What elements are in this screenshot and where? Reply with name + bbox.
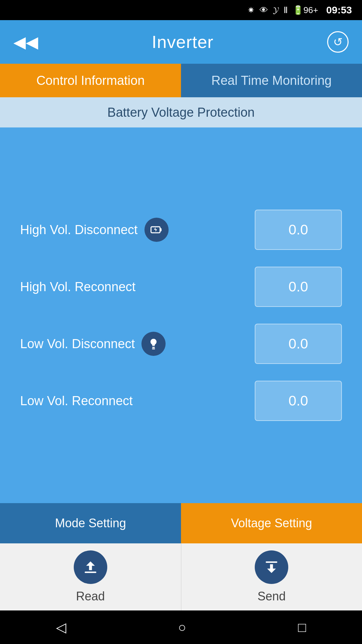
app-header: ◀◀ Inverter ↺ <box>0 20 362 64</box>
field-left-high-vol-disconnect: High Vol. Disconnect <box>20 218 169 242</box>
signal-icon: Ⅱ <box>284 5 288 15</box>
lightbulb-icon <box>147 338 160 350</box>
refresh-icon: ↺ <box>333 35 343 49</box>
section-title: Battery Voltage Protection <box>0 97 362 127</box>
field-value-box-low-vol-disconnect[interactable]: 0.0 <box>255 324 342 364</box>
send-button[interactable]: Send <box>181 543 362 610</box>
tab-voltage-setting[interactable]: Voltage Setting <box>181 503 362 543</box>
action-bar: Read Send <box>0 543 362 610</box>
nav-home-icon[interactable]: ○ <box>178 620 186 635</box>
main-content: High Vol. Disconnect 0.0 High Vol. Recon… <box>0 127 362 503</box>
field-value-high-vol-reconnect: 0.0 <box>289 279 308 295</box>
field-label-high-vol-disconnect: High Vol. Disconnect <box>20 223 138 237</box>
field-value-box-high-vol-disconnect[interactable]: 0.0 <box>255 210 342 250</box>
field-label-high-vol-reconnect: High Vol. Reconnect <box>20 280 135 294</box>
status-bar: ✷ 👁 𝓨 Ⅱ 🔋96+ 09:53 <box>0 0 362 20</box>
svg-rect-1 <box>160 228 162 231</box>
tab-real-time-monitoring[interactable]: Real Time Monitoring <box>181 64 362 97</box>
read-label: Read <box>76 589 105 603</box>
page-title: Inverter <box>152 32 214 52</box>
field-row-low-vol-reconnect: Low Vol. Reconnect 0.0 <box>20 377 342 424</box>
field-label-low-vol-reconnect: Low Vol. Reconnect <box>20 394 133 408</box>
battery-icon-circle <box>144 218 169 242</box>
field-label-low-vol-disconnect: Low Vol. Disconnect <box>20 337 135 351</box>
battery-charging-icon <box>150 224 163 236</box>
svg-marker-2 <box>154 227 157 232</box>
bluetooth-icon: ✷ <box>247 5 255 15</box>
nav-recents-icon[interactable]: □ <box>298 620 306 635</box>
field-value-box-high-vol-reconnect[interactable]: 0.0 <box>255 267 342 307</box>
upload-icon <box>82 558 99 576</box>
field-value-high-vol-disconnect: 0.0 <box>289 222 308 238</box>
field-row-low-vol-disconnect: Low Vol. Disconnect 0.0 <box>20 320 342 367</box>
bulb-icon-circle <box>141 332 166 356</box>
refresh-button[interactable]: ↺ <box>327 31 349 53</box>
send-label: Send <box>257 589 286 603</box>
status-icons: ✷ 👁 𝓨 Ⅱ 🔋96+ 09:53 <box>247 4 352 16</box>
read-icon-circle <box>74 550 107 584</box>
eye-icon: 👁 <box>259 5 268 15</box>
main-tabs: Control Information Real Time Monitoring <box>0 64 362 97</box>
svg-rect-5 <box>266 561 278 563</box>
svg-rect-4 <box>84 572 96 573</box>
back-button[interactable]: ◀◀ <box>13 33 38 51</box>
battery-icon: 🔋96+ <box>293 5 318 15</box>
bottom-tabs: Mode Setting Voltage Setting <box>0 503 362 543</box>
field-value-low-vol-reconnect: 0.0 <box>289 393 308 409</box>
field-left-low-vol-reconnect: Low Vol. Reconnect <box>20 394 133 408</box>
field-left-low-vol-disconnect: Low Vol. Disconnect <box>20 332 166 356</box>
download-icon <box>263 558 280 576</box>
read-button[interactable]: Read <box>0 543 181 610</box>
field-value-box-low-vol-reconnect[interactable]: 0.0 <box>255 381 342 421</box>
navigation-bar: ◁ ○ □ <box>0 610 362 644</box>
status-time: 09:53 <box>326 4 352 16</box>
nav-back-icon[interactable]: ◁ <box>56 620 66 635</box>
send-icon-circle <box>255 550 288 584</box>
tab-mode-setting[interactable]: Mode Setting <box>0 503 181 543</box>
field-value-low-vol-disconnect: 0.0 <box>289 336 308 352</box>
field-row-high-vol-disconnect: High Vol. Disconnect 0.0 <box>20 206 342 253</box>
wifi-icon: 𝓨 <box>273 5 279 15</box>
field-left-high-vol-reconnect: High Vol. Reconnect <box>20 280 135 294</box>
tab-control-information[interactable]: Control Information <box>0 64 181 97</box>
field-row-high-vol-reconnect: High Vol. Reconnect 0.0 <box>20 263 342 310</box>
